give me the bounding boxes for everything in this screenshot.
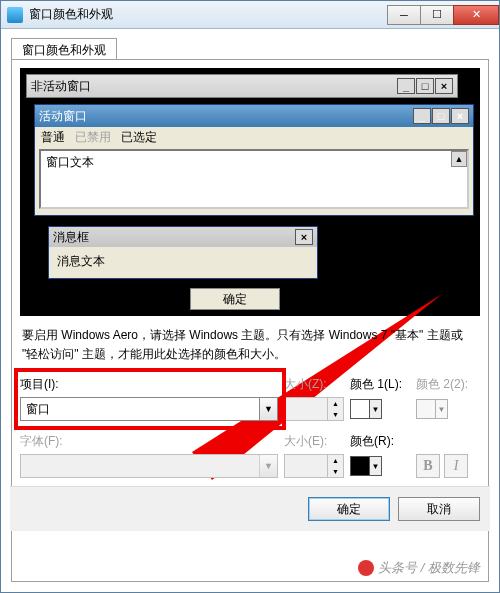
item-label: 项目(I): [20, 376, 278, 395]
chevron-down-icon: ▼ [259, 398, 277, 420]
font-label: 字体(F): [20, 423, 278, 452]
color1-picker[interactable]: ▼ [350, 397, 410, 421]
spin-up-icon: ▲ [327, 455, 343, 466]
active-window-title: 活动窗口 [39, 108, 413, 125]
client-area: 窗口颜色和外观 非活动窗口 _ □ × 活动窗口 [1, 29, 499, 592]
item-value: 窗口 [21, 401, 259, 418]
color1-swatch [351, 400, 369, 418]
close-button[interactable]: ✕ [453, 5, 499, 25]
dialog-buttons: 确定 取消 [10, 486, 490, 531]
spin-up-icon: ▲ [327, 398, 343, 409]
color1-label: 颜色 1(L): [350, 376, 410, 395]
font-combo: ▼ [20, 454, 278, 478]
italic-button: I [444, 454, 468, 478]
close-icon: × [435, 78, 453, 94]
maximize-icon: □ [432, 108, 450, 124]
menu-selected: 已选定 [121, 129, 157, 146]
chevron-down-icon: ▼ [369, 400, 381, 418]
color2-picker: ▼ [416, 397, 476, 421]
spin-down-icon: ▼ [327, 409, 343, 420]
colorR-swatch [351, 457, 369, 475]
size2-spin: ▲▼ [284, 454, 344, 478]
dialog-window: 窗口颜色和外观 ─ ☐ ✕ 窗口颜色和外观 非活动窗口 _ □ × [0, 0, 500, 593]
preview-messagebox: 消息框 × 消息文本 [48, 226, 318, 279]
minimize-button[interactable]: ─ [387, 5, 421, 25]
controls-grid: 项目(I): 大小(Z): 颜色 1(L): 颜色 2(2): 窗口 ▼ ▲▼ … [20, 372, 480, 478]
window-text-sample: 窗口文本 [46, 155, 94, 169]
tab-panel: 非活动窗口 _ □ × 活动窗口 _ □ × [11, 59, 489, 582]
preview-ok-button: 确定 [190, 288, 280, 310]
close-icon: × [451, 108, 469, 124]
color2-label: 颜色 2(2): [416, 376, 476, 395]
tab-appearance[interactable]: 窗口颜色和外观 [11, 38, 117, 60]
msgbox-text: 消息文本 [49, 247, 317, 278]
watermark-text: 头条号 / 极数先锋 [378, 559, 480, 577]
scroll-up-icon: ▲ [451, 151, 467, 167]
chevron-down-icon: ▼ [259, 455, 277, 477]
item-combo[interactable]: 窗口 ▼ [20, 397, 278, 421]
cancel-button[interactable]: 取消 [398, 497, 480, 521]
inactive-window-title: 非活动窗口 [31, 78, 397, 95]
watermark-logo-icon [358, 560, 374, 576]
close-icon: × [295, 229, 313, 245]
bold-button: B [416, 454, 440, 478]
watermark: 头条号 / 极数先锋 [358, 559, 480, 577]
app-icon [7, 7, 23, 23]
minimize-icon: _ [397, 78, 415, 94]
preview-active-window: 活动窗口 _ □ × 普通 已禁用 已选定 窗口文本 ▲ [34, 104, 474, 216]
chevron-down-icon: ▼ [369, 457, 381, 475]
maximize-icon: □ [416, 78, 434, 94]
msgbox-title: 消息框 [53, 229, 295, 246]
preview-textarea: 窗口文本 ▲ [39, 149, 469, 209]
menu-normal: 普通 [41, 129, 65, 146]
size1-spin: ▲▼ [284, 397, 344, 421]
chevron-down-icon: ▼ [435, 400, 447, 418]
description-text: 要启用 Windows Aero，请选择 Windows 主题。只有选择 Win… [20, 316, 480, 372]
colorR-label: 颜色(R): [350, 423, 410, 452]
preview-inactive-window: 非活动窗口 _ □ × [26, 74, 458, 98]
ok-button[interactable]: 确定 [308, 497, 390, 521]
maximize-button[interactable]: ☐ [420, 5, 454, 25]
size1-label: 大小(Z): [284, 376, 344, 395]
minimize-icon: _ [413, 108, 431, 124]
size2-label: 大小(E): [284, 423, 344, 452]
colorR-picker[interactable]: ▼ [350, 454, 410, 478]
window-title: 窗口颜色和外观 [29, 6, 388, 23]
spin-down-icon: ▼ [327, 466, 343, 477]
preview-menubar: 普通 已禁用 已选定 [35, 127, 473, 147]
tabstrip: 窗口颜色和外观 [11, 37, 489, 59]
preview-area: 非活动窗口 _ □ × 活动窗口 _ □ × [20, 68, 480, 316]
menu-disabled: 已禁用 [75, 129, 111, 146]
titlebar: 窗口颜色和外观 ─ ☐ ✕ [1, 1, 499, 29]
